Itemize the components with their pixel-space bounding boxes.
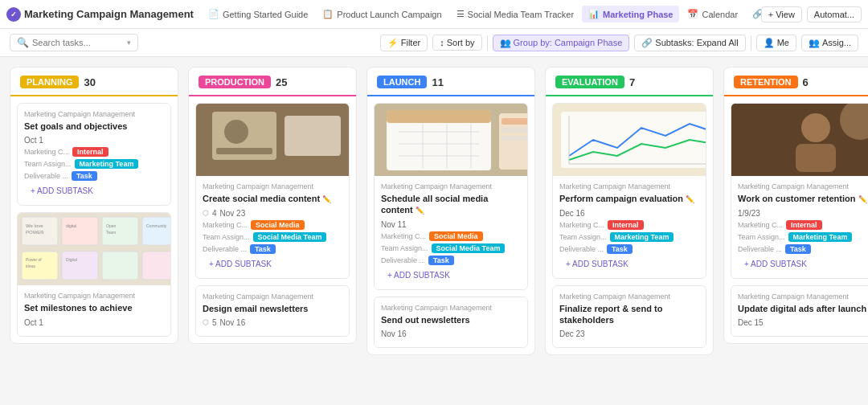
deliverable-tag: Task xyxy=(72,171,97,181)
marketing-label: Marketing C... xyxy=(203,221,248,229)
column-count-production: 25 xyxy=(276,76,287,88)
svg-rect-17 xyxy=(142,252,170,280)
card-date-row: Oct 1 xyxy=(24,136,164,145)
tab-marketing-phase[interactable]: 📊 Marketing Phase xyxy=(582,6,679,22)
card-meta: Marketing Campaign Management xyxy=(203,182,342,190)
subtasks-button[interactable]: 🔗 Subtasks: Expand All xyxy=(634,35,745,51)
deliverable-label: Deliverable ... xyxy=(559,245,604,253)
team-tag: Marketing Team xyxy=(610,232,674,242)
team-tag: Marketing Team xyxy=(788,232,853,242)
add-subtask-btn[interactable]: + ADD SUBTASK xyxy=(24,183,164,198)
search-input[interactable] xyxy=(32,38,124,47)
card-meta: Marketing Campaign Management xyxy=(738,182,868,190)
svg-text:Team: Team xyxy=(106,230,116,235)
view-button[interactable]: + View xyxy=(761,6,802,22)
deliverable-label: Deliverable ... xyxy=(381,256,425,264)
group-by-button[interactable]: 👥 Group by: Campaign Phase xyxy=(493,35,630,51)
sort-button[interactable]: ↕ Sort by xyxy=(432,35,481,51)
marketing-tag: Internal xyxy=(72,147,108,157)
add-subtask-btn[interactable]: + ADD SUBTASK xyxy=(559,256,699,272)
svg-text:Digital: Digital xyxy=(66,257,77,262)
tab-getting-started[interactable]: 📄 Getting Started Guide xyxy=(202,6,314,22)
tab-product-launch[interactable]: 📋 Product Launch Campaign xyxy=(316,6,448,22)
svg-rect-4 xyxy=(62,217,98,245)
marketing-label: Marketing C... xyxy=(381,232,426,240)
tab-social-tracker[interactable]: ☰ Social Media Team Tracker xyxy=(450,6,580,22)
search-icon: 🔍 xyxy=(17,37,29,48)
add-subtask-btn[interactable]: + ADD SUBTASK xyxy=(203,256,342,272)
assign-button[interactable]: 👥 Assig... xyxy=(801,35,858,51)
svg-rect-14 xyxy=(62,252,98,280)
team-label: Team Assign... xyxy=(381,244,428,252)
team-label: Team Assign... xyxy=(203,233,250,241)
marketing-tag: Internal xyxy=(608,220,644,230)
date-text: Dec 16 xyxy=(559,209,585,218)
app-title: Marketing Campaign Management xyxy=(24,8,194,20)
card-subtask-row: ⬡ 4 Nov 23 xyxy=(203,209,342,218)
tab-calendar[interactable]: 📅 Calendar xyxy=(681,6,744,22)
card-marketing-row: Marketing C... Internal xyxy=(738,220,868,230)
card-r2[interactable]: Marketing Campaign ManagementUpdate digi… xyxy=(731,285,868,337)
card-meta: Marketing Campaign Management xyxy=(381,182,521,190)
search-box[interactable]: 🔍 ▾ xyxy=(10,34,138,51)
column-count-retention: 6 xyxy=(803,76,809,88)
date-text: Nov 16 xyxy=(381,329,407,338)
card-meta: Marketing Campaign Management xyxy=(24,292,164,300)
date-text: 1/9/23 xyxy=(738,209,760,218)
card-date-row: Oct 1 xyxy=(24,318,164,327)
date-text: Oct 1 xyxy=(24,136,43,145)
card-p2[interactable]: We love POWER digital Open Team Communit… xyxy=(17,212,171,336)
column-evaluation: EVALUATION7 Marketing Campaign Managemen… xyxy=(545,67,714,355)
svg-rect-16 xyxy=(102,252,138,280)
card-deliverable-row: Deliverable ... Task xyxy=(381,256,521,265)
divider1 xyxy=(487,35,488,50)
chart-icon: 📊 xyxy=(588,9,600,19)
phase-badge-evaluation: EVALUATION xyxy=(555,76,624,88)
date-text: Nov 11 xyxy=(381,220,407,229)
card-e1[interactable]: Marketing Campaign ManagementPerform cam… xyxy=(552,103,706,279)
svg-rect-22 xyxy=(216,148,272,154)
card-meta: Marketing Campaign Management xyxy=(559,292,699,301)
card-title: Set milestones to achieve xyxy=(24,302,164,313)
add-subtask-btn[interactable]: + ADD SUBTASK xyxy=(381,268,521,283)
user-icon: 👤 xyxy=(764,38,775,48)
card-p1[interactable]: Marketing Campaign ManagementSet goals a… xyxy=(17,103,171,206)
card-image xyxy=(731,104,868,176)
deliverable-label: Deliverable ... xyxy=(24,172,68,180)
toolbar-right: ⚡ Filter ↕ Sort by 👥 Group by: Campaign … xyxy=(380,35,858,51)
marketing-tag: Social Media xyxy=(429,231,483,241)
column-header-retention: RETENTION6 xyxy=(724,68,868,96)
card-title: Update digital ads after launch xyxy=(738,303,868,314)
svg-rect-34 xyxy=(502,128,527,133)
column-header-production: PRODUCTION25 xyxy=(189,68,356,96)
svg-text:ideas: ideas xyxy=(26,264,35,268)
automate-button[interactable]: Automat... xyxy=(807,6,862,22)
subtask-count: 5 xyxy=(212,318,217,327)
card-date-row: Nov 16 xyxy=(381,329,521,338)
card-l2[interactable]: Marketing Campaign ManagementSend out ne… xyxy=(374,297,528,348)
card-r1[interactable]: Marketing Campaign ManagementWork on cus… xyxy=(731,103,868,279)
add-subtask-btn[interactable]: + ADD SUBTASK xyxy=(738,256,868,272)
app-container: ✓ Marketing Campaign Management 📄 Gettin… xyxy=(0,0,868,401)
svg-rect-9 xyxy=(142,217,170,245)
card-pr2[interactable]: Marketing Campaign ManagementDesign emai… xyxy=(195,285,350,337)
team-tag: Social Media Team xyxy=(253,232,327,242)
group-icon: 👥 xyxy=(500,38,511,48)
card-e2[interactable]: Marketing Campaign ManagementFinalize re… xyxy=(552,285,706,349)
card-pr1[interactable]: Marketing Campaign ManagementCreate soci… xyxy=(195,103,350,279)
svg-text:Open: Open xyxy=(106,223,116,228)
card-deliverable-row: Deliverable ... Task xyxy=(738,244,868,254)
filter-button[interactable]: ⚡ Filter xyxy=(380,35,428,51)
card-l1[interactable]: Marketing Campaign ManagementSchedule al… xyxy=(374,103,528,290)
column-retention: RETENTION6 Marketing Campaign Management… xyxy=(723,67,868,344)
assign-icon: 👥 xyxy=(809,38,820,48)
card-deliverable-row: Deliverable ... Task xyxy=(24,171,164,181)
me-button[interactable]: 👤 Me xyxy=(756,35,796,51)
tab-ref[interactable]: 🔗 Ref: ⬡ xyxy=(746,6,761,22)
svg-text:We love: We love xyxy=(26,223,43,228)
topbar-tabs: 📄 Getting Started Guide 📋 Product Launch… xyxy=(202,6,761,22)
svg-rect-20 xyxy=(285,116,341,156)
column-header-launch: LAUNCH11 xyxy=(367,68,534,96)
subtask-icon: ⬡ xyxy=(203,318,209,326)
column-header-planning: PLANNING30 xyxy=(10,68,178,96)
